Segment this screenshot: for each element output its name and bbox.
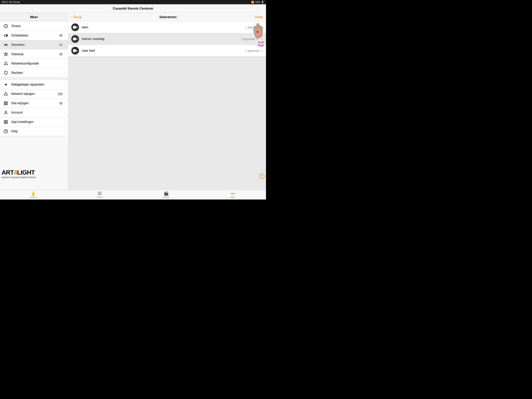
netwerk-wijzigen-label: Netwerk wijzigen xyxy=(11,92,58,96)
svg-rect-24 xyxy=(73,49,76,52)
appsettings-icon xyxy=(3,119,9,125)
sidebar-item-help[interactable]: Help › xyxy=(0,127,68,136)
sidebar-item-app-instellingen[interactable]: App-instellingen › xyxy=(0,117,68,127)
done-button[interactable]: Klaar xyxy=(255,15,263,19)
shield-icon xyxy=(3,70,9,76)
back-label: Terug xyxy=(73,15,81,19)
main-content: ‹ Terug Selecteren: Klaar eten xyxy=(68,13,266,190)
svg-marker-5 xyxy=(4,62,8,65)
gateway-label: Gateway xyxy=(11,52,59,56)
drag-handle-eten: ≡ xyxy=(261,25,263,29)
status-bar: 08:21 Wo 30 dec. 📶 63% 🔋 xyxy=(0,0,266,4)
sidebar-divider xyxy=(0,77,68,80)
scene-meta-kamer-overdag: 1 apparaat ✓ ≡ xyxy=(241,37,263,41)
svg-rect-9 xyxy=(6,102,7,103)
svg-point-12 xyxy=(5,111,6,112)
netwerkconfiguratie-label: Netwerkconfiguratie xyxy=(11,62,64,65)
rechten-label: Rechten xyxy=(11,71,64,75)
back-button[interactable]: ‹ Terug xyxy=(71,15,81,19)
scene-devices-naar-bed: 1 apparaat xyxy=(245,49,259,52)
svg-rect-20 xyxy=(73,26,76,29)
help-icon xyxy=(3,129,9,134)
scene-item-kamer-overdag[interactable]: Kamer overdag 1 apparaat ✓ ≡ xyxy=(68,33,266,45)
status-date: Wo 30 dec. xyxy=(9,1,21,4)
meer-icon: ••• xyxy=(231,191,235,196)
tab-scenes-label: Scènes xyxy=(163,196,169,198)
svg-marker-19 xyxy=(76,26,77,28)
sidebar-item-schakelaars[interactable]: Schakelaars 1 › xyxy=(0,31,68,40)
app-instellingen-label: App-instellingen xyxy=(11,120,64,124)
tab-meer[interactable]: ••• Meer xyxy=(200,191,266,198)
svg-rect-10 xyxy=(4,103,6,105)
svg-rect-22 xyxy=(73,38,76,40)
sidebar-item-netwerkconfiguratie[interactable]: Netwerkconfiguratie › xyxy=(0,59,68,68)
nabijgelegen-label: Nabijgelegen apparaten xyxy=(11,83,64,86)
sidebar-item-gateway[interactable]: Gateway 1 › xyxy=(0,50,68,59)
main-nav-title: Selecteren: xyxy=(81,15,255,19)
scene-meta-eten: 1 apparaat ≡ xyxy=(245,25,263,29)
svg-rect-11 xyxy=(6,103,7,105)
back-chevron-icon: ‹ xyxy=(71,15,72,19)
sidebar-item-account[interactable]: Account › xyxy=(0,108,68,117)
svg-rect-16 xyxy=(6,122,7,123)
sensor-icon xyxy=(3,42,9,48)
sidebar-title: Meer xyxy=(30,15,38,19)
svg-marker-7 xyxy=(4,92,8,95)
sidebar-item-rechten[interactable]: Rechten › xyxy=(0,68,68,77)
svg-rect-14 xyxy=(6,120,7,121)
scene-icon-naar-bed xyxy=(71,47,79,55)
sidebar-item-timers[interactable]: Timers › xyxy=(0,21,68,31)
battery-icon: 🔋 xyxy=(261,1,264,4)
gallery-icon: 🖼 xyxy=(98,191,102,196)
svg-rect-13 xyxy=(4,120,6,121)
svg-point-3 xyxy=(5,44,6,45)
scene-devices-kamer-overdag: 1 apparaat xyxy=(241,37,255,40)
scene-meta-naar-bed: 1 apparaat ≡ xyxy=(245,49,263,53)
tab-meer-label: Meer xyxy=(231,196,235,198)
nav-bar: Casambi Kennis Centrum xyxy=(0,4,266,13)
battery-label: 63% xyxy=(255,1,260,4)
account-label: Account xyxy=(11,111,64,114)
nearby-icon xyxy=(3,82,9,87)
person-icon xyxy=(3,110,9,115)
scene-name-naar-bed: naar bed xyxy=(82,49,245,53)
scene-list: eten 1 apparaat ≡ Kamer overdag xyxy=(68,21,266,57)
timers-label: Timers xyxy=(11,24,64,28)
site-wijzigen-label: Site wijzigen xyxy=(11,102,59,105)
switch-icon xyxy=(3,33,9,38)
sidebar: Meer Timers › xyxy=(0,13,68,190)
gateway-icon xyxy=(3,51,9,57)
sidebar-header: Meer xyxy=(0,13,68,21)
help-label: Help xyxy=(11,129,64,133)
site-icon xyxy=(3,101,9,106)
scene-devices-eten: 1 apparaat xyxy=(245,26,259,29)
svg-rect-15 xyxy=(4,122,6,123)
nav-title: Casambi Kennis Centrum xyxy=(113,7,153,11)
help-circle-button[interactable]: ? xyxy=(259,174,265,179)
scene-item-naar-bed[interactable]: naar bed 1 apparaat ≡ xyxy=(68,45,266,57)
tab-galerij[interactable]: 🖼 Galerij xyxy=(67,191,133,198)
network2-icon xyxy=(3,91,9,97)
svg-rect-8 xyxy=(4,102,6,103)
checkmark-icon: ✓ xyxy=(256,37,259,41)
scene-item-eten[interactable]: eten 1 apparaat ≡ xyxy=(68,21,266,33)
wifi-icon: 📶 xyxy=(251,1,254,4)
sidebar-item-site-wijzigen[interactable]: Site wijzigen 1 › xyxy=(0,99,68,108)
sidebar-item-nabijgelegen[interactable]: Nabijgelegen apparaten › xyxy=(0,80,68,89)
scenes-icon: 🎬 xyxy=(164,191,169,196)
scene-name-kamer-overdag: Kamer overdag xyxy=(82,37,241,41)
lamp-icon: 💡 xyxy=(31,191,36,196)
tab-bar: 💡 Lampen 🖼 Galerij 🎬 Scènes ••• Meer xyxy=(0,190,266,200)
tab-galerij-label: Galerij xyxy=(97,196,103,198)
sidebar-item-netwerk-wijzigen[interactable]: Netwerk wijzigen 44 › xyxy=(0,89,68,99)
schakelaars-label: Schakelaars xyxy=(11,34,59,37)
drag-handle-naar-bed: ≡ xyxy=(261,49,263,53)
svg-point-2 xyxy=(6,35,7,36)
scene-icon-kamer-overdag xyxy=(71,35,79,43)
tab-scenes[interactable]: 🎬 Scènes xyxy=(133,191,200,198)
sensoren-label: Sensoren xyxy=(11,43,59,46)
clock-icon xyxy=(3,23,9,29)
sidebar-item-sensoren[interactable]: Sensoren 1 › xyxy=(0,40,68,50)
svg-marker-4 xyxy=(4,52,8,56)
tab-lampen[interactable]: 💡 Lampen xyxy=(0,191,67,198)
